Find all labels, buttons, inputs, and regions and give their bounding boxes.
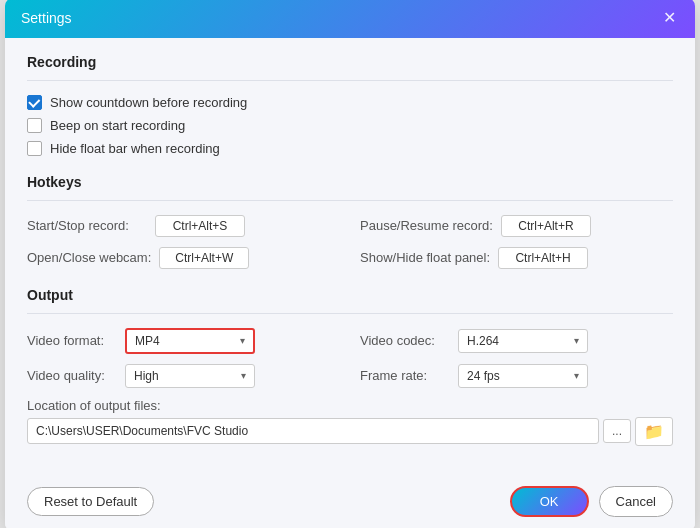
checkbox-countdown[interactable]: [27, 95, 42, 110]
settings-dialog: Settings ✕ Recording Show countdown befo…: [5, 0, 695, 528]
cancel-button[interactable]: Cancel: [599, 486, 673, 517]
location-input[interactable]: C:\Users\USER\Documents\FVC Studio: [27, 418, 599, 444]
output-row-framerate: Frame rate: 24 fps ▾: [360, 364, 673, 388]
hotkeys-section: Hotkeys Start/Stop record: Ctrl+Alt+S Pa…: [27, 174, 673, 269]
hotkey-row-webcam: Open/Close webcam: Ctrl+Alt+W: [27, 247, 340, 269]
output-videocodec-label: Video codec:: [360, 333, 450, 348]
output-videoquality-label: Video quality:: [27, 368, 117, 383]
output-row-videoformat: Video format: MP4 ▾: [27, 328, 340, 354]
videocodec-select[interactable]: H.264 ▾: [458, 329, 588, 353]
checkbox-countdown-label: Show countdown before recording: [50, 95, 247, 110]
title-bar: Settings ✕: [5, 0, 695, 38]
framerate-value: 24 fps: [467, 369, 500, 383]
content-area: Recording Show countdown before recordin…: [5, 38, 695, 476]
checkbox-beep-label: Beep on start recording: [50, 118, 185, 133]
dots-button[interactable]: ...: [603, 419, 631, 443]
checkbox-floatbar[interactable]: [27, 141, 42, 156]
folder-button[interactable]: 📁: [635, 417, 673, 446]
videoformat-value: MP4: [135, 334, 160, 348]
hotkey-pauseresume-label: Pause/Resume record:: [360, 218, 493, 233]
videoquality-arrow-icon: ▾: [241, 370, 246, 381]
location-row: Location of output files: C:\Users\USER\…: [27, 398, 673, 446]
dialog-title: Settings: [21, 10, 72, 26]
checkbox-row-floatbar[interactable]: Hide float bar when recording: [27, 141, 673, 156]
footer-right: OK Cancel: [510, 486, 673, 517]
output-row-videocodec: Video codec: H.264 ▾: [360, 328, 673, 354]
hotkey-row-pauseresume: Pause/Resume record: Ctrl+Alt+R: [360, 215, 673, 237]
hotkey-startstop-label: Start/Stop record:: [27, 218, 147, 233]
output-videoformat-label: Video format:: [27, 333, 117, 348]
hotkey-row-startstop: Start/Stop record: Ctrl+Alt+S: [27, 215, 340, 237]
hotkey-webcam-label: Open/Close webcam:: [27, 250, 151, 265]
framerate-arrow-icon: ▾: [574, 370, 579, 381]
videoformat-arrow-icon: ▾: [240, 335, 245, 346]
videocodec-arrow-icon: ▾: [574, 335, 579, 346]
footer: Reset to Default OK Cancel: [5, 476, 695, 529]
hotkey-row-floatpanel: Show/Hide float panel: Ctrl+Alt+H: [360, 247, 673, 269]
videocodec-value: H.264: [467, 334, 499, 348]
hotkey-pauseresume-input[interactable]: Ctrl+Alt+R: [501, 215, 591, 237]
recording-section: Recording Show countdown before recordin…: [27, 54, 673, 156]
framerate-select[interactable]: 24 fps ▾: [458, 364, 588, 388]
hotkey-floatpanel-label: Show/Hide float panel:: [360, 250, 490, 265]
output-section-title: Output: [27, 287, 673, 303]
videoquality-select[interactable]: High ▾: [125, 364, 255, 388]
output-section: Output Video format: MP4 ▾ Video codec: …: [27, 287, 673, 446]
recording-section-title: Recording: [27, 54, 673, 70]
checkbox-row-countdown[interactable]: Show countdown before recording: [27, 95, 673, 110]
location-label: Location of output files:: [27, 398, 673, 413]
folder-icon: 📁: [644, 423, 664, 440]
output-framerate-label: Frame rate:: [360, 368, 450, 383]
hotkey-floatpanel-input[interactable]: Ctrl+Alt+H: [498, 247, 588, 269]
videoquality-value: High: [134, 369, 159, 383]
close-button[interactable]: ✕: [659, 8, 679, 28]
hotkey-webcam-input[interactable]: Ctrl+Alt+W: [159, 247, 249, 269]
checkbox-floatbar-label: Hide float bar when recording: [50, 141, 220, 156]
reset-button[interactable]: Reset to Default: [27, 487, 154, 516]
videoformat-select[interactable]: MP4 ▾: [125, 328, 255, 354]
checkbox-beep[interactable]: [27, 118, 42, 133]
hotkey-startstop-input[interactable]: Ctrl+Alt+S: [155, 215, 245, 237]
checkbox-row-beep[interactable]: Beep on start recording: [27, 118, 673, 133]
ok-button[interactable]: OK: [510, 486, 589, 517]
hotkeys-section-title: Hotkeys: [27, 174, 673, 190]
hotkeys-grid: Start/Stop record: Ctrl+Alt+S Pause/Resu…: [27, 215, 673, 269]
output-grid: Video format: MP4 ▾ Video codec: H.264 ▾…: [27, 328, 673, 388]
output-row-videoquality: Video quality: High ▾: [27, 364, 340, 388]
location-input-row: C:\Users\USER\Documents\FVC Studio ... 📁: [27, 417, 673, 446]
